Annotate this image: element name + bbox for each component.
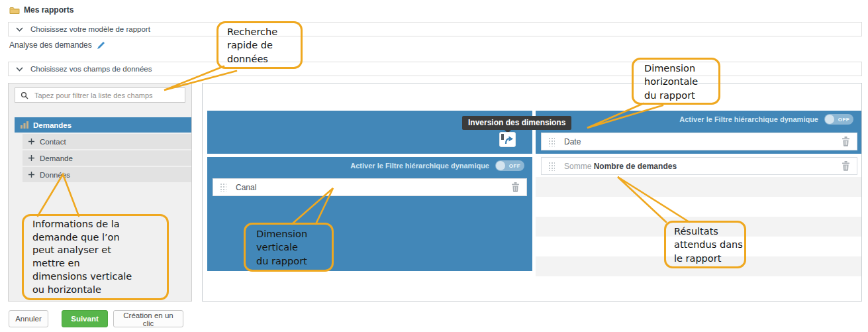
annotation-horizontal-dimension: Dimension horizontale du rapport: [632, 58, 720, 105]
horizontal-filter-row: Activer le Filtre hiérarchique dynamique…: [536, 113, 861, 125]
search-input[interactable]: [33, 91, 179, 100]
page-title-row: Mes rapports: [9, 5, 73, 15]
annotation-results: Résultats attendus dans le rapport: [664, 221, 746, 268]
report-builder-page: Mes rapports Choisissez votre modèle de …: [0, 0, 868, 332]
next-button[interactable]: Suivant: [62, 310, 108, 327]
report-name: Analyse des demandes: [9, 40, 92, 50]
tree-item-demandes[interactable]: Demandes: [15, 117, 191, 133]
toggle-state-label: OFF: [838, 117, 849, 123]
tree-item-contact[interactable]: Contact: [23, 134, 191, 149]
drag-handle[interactable]: [548, 162, 555, 171]
vertical-dimension-chip[interactable]: Canal: [213, 178, 527, 196]
chevron-down-icon: [16, 67, 23, 72]
trash-icon[interactable]: [842, 137, 850, 146]
measure-field-label: Nombre de demandes: [594, 162, 677, 171]
tree-item-demande[interactable]: Demande: [23, 150, 191, 166]
hierarchical-filter-toggle[interactable]: OFF: [495, 160, 524, 171]
section-fields-label: Choisissez vos champs de données: [30, 65, 152, 73]
page-title: Mes rapports: [24, 5, 73, 15]
tooltip-text: Inversion des dimensions: [468, 118, 565, 127]
invert-dimensions-tooltip: Inversion des dimensions: [462, 116, 571, 130]
plus-icon: [28, 138, 34, 144]
trash-icon[interactable]: [511, 182, 520, 192]
plus-icon: [28, 155, 34, 161]
tree-item-label: Données: [40, 171, 70, 179]
swap-dimensions-icon[interactable]: [499, 132, 516, 147]
search-icon: [21, 91, 28, 99]
vertical-filter-row: Activer le Filtre hiérarchique dynamique…: [207, 160, 532, 172]
drag-handle[interactable]: [220, 183, 226, 192]
hierarchical-filter-label: Activer le Filtre hiérarchique dynamique: [350, 162, 489, 170]
cancel-button[interactable]: Annuler: [9, 310, 48, 327]
bar-chart-icon: [21, 121, 28, 129]
annotation-fields-info: Informations de la demande que l’on peut…: [22, 214, 169, 300]
tree-item-donnees[interactable]: Données: [23, 167, 191, 182]
plus-icon: [28, 172, 34, 178]
section-model-header[interactable]: Choisissez votre modèle de rapport: [8, 22, 862, 36]
hierarchical-filter-label: Activer le Filtre hiérarchique dynamique: [679, 115, 818, 123]
hierarchical-filter-toggle[interactable]: OFF: [824, 114, 853, 125]
toggle-knob: [496, 161, 505, 170]
result-measure-chip[interactable]: Somme Nombre de demandes: [541, 157, 857, 175]
chevron-down-icon: [16, 27, 23, 32]
tree-item-label: Demande: [40, 154, 73, 162]
toggle-knob: [825, 115, 834, 124]
section-fields-header[interactable]: Choisissez vos champs de données: [8, 62, 862, 76]
toggle-state-label: OFF: [509, 163, 520, 169]
aggregation-label: Somme: [564, 162, 591, 171]
report-name-row: Analyse des demandes: [9, 40, 105, 50]
tree-item-label: Demandes: [33, 121, 72, 129]
chip-label: Somme Nombre de demandes: [564, 162, 832, 171]
section-model-label: Choisissez votre modèle de rapport: [30, 25, 150, 33]
folder-icon: [9, 6, 20, 15]
annotation-search: Recherche rapide de données: [217, 21, 303, 69]
edit-pencil-icon[interactable]: [97, 41, 105, 50]
annotation-vertical-dimension: Dimension verticale du rapport: [244, 223, 334, 272]
drag-handle[interactable]: [548, 137, 555, 146]
chip-label: Date: [564, 137, 832, 146]
tree-item-label: Contact: [40, 138, 66, 146]
trash-icon[interactable]: [842, 161, 850, 171]
field-search-box: [15, 87, 185, 103]
horizontal-dimension-chip[interactable]: Date: [541, 133, 857, 150]
chip-label: Canal: [236, 183, 502, 192]
one-click-create-button[interactable]: Création en un clic: [113, 310, 183, 327]
